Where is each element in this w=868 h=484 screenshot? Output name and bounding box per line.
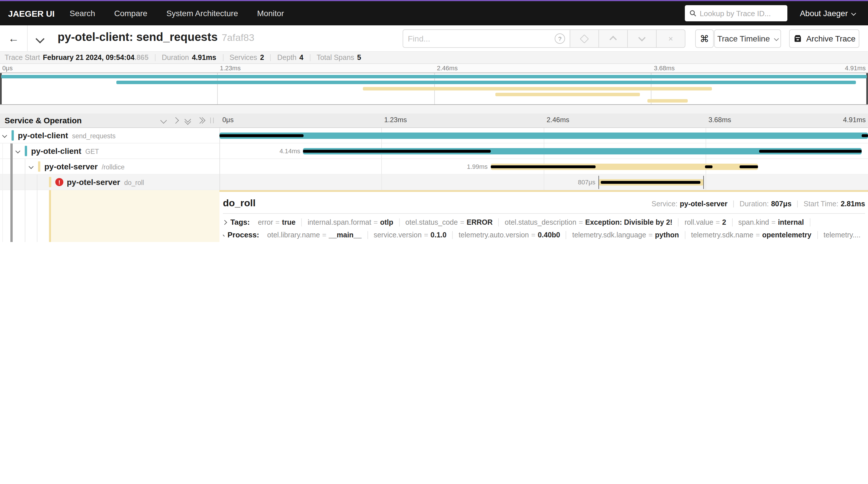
minimap-span-bar <box>116 81 856 84</box>
trace-title: py-otel-client: send_requests7afaf83 <box>58 31 254 44</box>
service-color-bar <box>25 146 27 156</box>
timeline-tick: 0μs <box>222 116 234 124</box>
trace-id-search-input[interactable]: Lookup by Trace ID... <box>685 5 787 21</box>
span-tree-item-get[interactable]: py-otel-client GET <box>0 144 219 158</box>
span-tree-item-do-roll[interactable]: ! py-otel-server do_roll <box>0 175 219 189</box>
span-duration-label: 4.14ms <box>279 148 303 154</box>
chevron-down-icon <box>851 11 856 16</box>
expand-one-icon[interactable] <box>173 117 179 124</box>
help-icon[interactable]: ? <box>555 33 565 44</box>
chevron-up-icon <box>609 36 617 43</box>
minimap-span-bar <box>647 99 687 102</box>
process-label: Process: <box>227 231 259 239</box>
total-spans-label: Total Spans <box>316 54 354 62</box>
span-detail-panel: do_roll Service: py-otel-server Duration… <box>219 190 868 242</box>
archive-trace-label: Archive Trace <box>806 34 855 43</box>
trace-view-select-value: Trace Timeline <box>717 34 770 43</box>
service-color-bar <box>11 130 14 141</box>
expand-all-icon[interactable] <box>197 118 205 123</box>
duration-value: 4.91ms <box>192 54 216 62</box>
nav-item-compare[interactable]: Compare <box>114 9 147 18</box>
span-duration-label: 1.99ms <box>467 163 491 170</box>
focus-spans-button[interactable] <box>570 29 599 48</box>
keyboard-shortcuts-button[interactable]: ⌘ <box>695 29 714 48</box>
chevron-down-icon[interactable] <box>2 133 7 138</box>
operation-name: send_requests <box>72 131 116 140</box>
span-bar-cell: 1.99ms <box>219 159 868 174</box>
back-button[interactable]: ← <box>0 25 28 51</box>
minimap-tick: 4.91ms <box>845 64 866 71</box>
app-logo[interactable]: JAEGER UI <box>8 8 55 18</box>
about-jaeger-label: About Jaeger <box>800 9 848 18</box>
minimap-span-bar <box>1 74 867 78</box>
process-item: telemetry.sdk.name=opentelemetry <box>685 231 818 239</box>
tag-item: roll.value=2 <box>679 218 733 226</box>
span-bar-cell: 807μs <box>219 175 868 189</box>
span-detail-accent-area <box>52 190 219 242</box>
timeline-tick: 2.46ms <box>547 116 569 124</box>
process-toggle[interactable]: Process: otel.library.name=__main__ serv… <box>223 231 865 242</box>
services-label: Services <box>229 54 257 62</box>
collapse-all-icon[interactable] <box>185 117 190 124</box>
trace-page-header: ← py-otel-client: send_requests7afaf83 F… <box>0 25 868 52</box>
minimap-tick: 2.46ms <box>437 64 458 71</box>
find-next-button[interactable] <box>628 29 657 48</box>
minimap-tick: 1.23ms <box>220 64 241 71</box>
column-resize-handle[interactable] <box>210 118 214 123</box>
timeline-tick: 1.23ms <box>384 116 407 124</box>
span-log-marker <box>703 176 704 189</box>
tag-item: otel.status_description=Exception: Divis… <box>499 218 679 226</box>
critical-path-segment <box>861 134 868 137</box>
close-icon: × <box>669 35 673 43</box>
chevron-down-icon[interactable] <box>29 164 34 169</box>
find-prev-button[interactable] <box>599 29 628 48</box>
services-value: 2 <box>260 54 264 62</box>
span-row: py-otel-server /rolldice 1.99ms <box>0 159 868 175</box>
span-detail-row: do_roll Service: py-otel-server Duration… <box>0 190 868 242</box>
nav-item-system-architecture[interactable]: System Architecture <box>166 9 238 18</box>
total-spans-value: 5 <box>357 54 361 62</box>
timeline-tick: 4.91ms <box>843 116 866 124</box>
trace-id-search-placeholder: Lookup by Trace ID... <box>700 9 771 18</box>
archive-trace-button[interactable]: Archive Trace <box>789 29 859 48</box>
process-item: telemetry.sdk.language=python <box>566 231 685 239</box>
nav-item-monitor[interactable]: Monitor <box>257 9 284 18</box>
trace-start-label: Trace Start <box>5 54 40 62</box>
find-input[interactable]: Find... ? <box>403 29 570 48</box>
find-clear-button[interactable]: × <box>657 29 685 48</box>
minimap-span-bar <box>496 93 640 96</box>
operation-name: /rolldice <box>102 162 124 171</box>
collapse-one-icon[interactable] <box>160 117 167 124</box>
trace-minimap[interactable] <box>0 72 868 105</box>
collapse-trace-header-button[interactable] <box>37 35 43 44</box>
chevron-down-icon[interactable] <box>16 149 21 154</box>
chevron-right-icon <box>223 233 225 236</box>
operation-name: GET <box>85 147 99 155</box>
tag-item: otel.status_code=ERROR <box>400 218 499 226</box>
minimap-tick: 0μs <box>2 64 13 71</box>
top-nav: JAEGER UI Search Compare System Architec… <box>0 0 868 25</box>
service-operation-title: Service & Operation <box>5 116 161 125</box>
about-jaeger-menu[interactable]: About Jaeger <box>800 9 855 18</box>
span-tree-item-rolldice[interactable]: py-otel-server /rolldice <box>0 159 219 174</box>
span-tree-item-send-requests[interactable]: py-otel-client send_requests <box>0 128 219 143</box>
critical-path-segment <box>491 165 595 168</box>
service-color-bar <box>38 161 40 172</box>
span-log-marker <box>598 176 599 189</box>
process-item: telemetry.auto.version=0.40b0 <box>453 231 566 239</box>
service-operation-header: Service & Operation <box>0 114 219 127</box>
nav-item-search[interactable]: Search <box>70 9 95 18</box>
trace-title-text: py-otel-client: send_requests <box>58 31 218 43</box>
span-bar[interactable] <box>219 132 868 139</box>
indent-guide-selected <box>49 190 51 242</box>
service-name: py-otel-server <box>44 162 98 171</box>
trace-view-select[interactable]: Trace Timeline <box>714 29 781 48</box>
span-bar-cell <box>219 128 868 143</box>
minimap-tick: 3.68ms <box>654 64 675 71</box>
tags-toggle[interactable]: Tags: error=true internal.span.format=ot… <box>223 218 865 226</box>
depth-label: Depth <box>277 54 297 62</box>
chevron-down-icon <box>35 34 44 43</box>
chevron-down-icon <box>638 34 645 41</box>
service-value: py-otel-server <box>680 200 727 208</box>
trace-start-fraction: .865 <box>134 54 149 62</box>
